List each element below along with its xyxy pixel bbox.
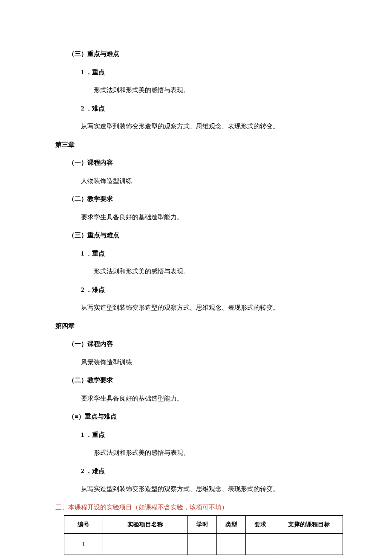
col-num: 编号 [64, 516, 103, 534]
course-content-heading: （一）课程内容 [68, 158, 337, 168]
col-type: 类型 [217, 516, 246, 534]
col-hours: 学时 [188, 516, 217, 534]
col-goal: 支撑的课程目标 [275, 516, 343, 534]
teaching-req-text: 要求学生具备良好的基础造型能力。 [81, 212, 337, 222]
difficulty-text: 从写实造型到装饰变形造型的观察方式、思维观念、表现形式的转变。 [81, 303, 337, 313]
cell-type [217, 534, 246, 555]
teaching-req-text: 要求学生具备良好的基础造型能力。 [81, 394, 337, 404]
chapter-four-title: 第四章 [55, 321, 337, 331]
difficulty-label: 2 ．难点 [81, 285, 337, 295]
difficulty-text: 从写实造型到装饰变形造型的观察方式、思维观念、表现形式的转变。 [81, 484, 337, 494]
difficulty-text: 从写实造型到装饰变形造型的观察方式、思维观念、表现形式的转变。 [81, 122, 337, 131]
course-content-text: 风景装饰造型训练 [81, 357, 337, 367]
key-point-text: 形式法则和形式美的感悟与表现。 [94, 448, 337, 458]
key-diff-heading: （≡）重点与难点 [68, 412, 337, 421]
cell-name [103, 534, 187, 555]
col-name: 实验项目名称 [103, 516, 187, 534]
chapter-three-title: 第三章 [55, 140, 337, 150]
difficulty-label: 2 ．难点 [81, 466, 337, 476]
key-point-label: 1 ．重点 [81, 249, 337, 259]
col-req: 要求 [246, 516, 275, 534]
key-point-label: 1 ．重点 [81, 67, 337, 77]
key-diff-heading: （三）重点与难点 [68, 230, 337, 240]
teaching-req-heading: （二）教学要求 [68, 375, 337, 385]
difficulty-label: 2 ．难点 [81, 104, 337, 113]
course-content-text: 人物装饰造型训练 [81, 176, 337, 186]
key-point-text: 形式法则和形式美的感悟与表现。 [94, 267, 337, 276]
experiment-section-heading: 三、本课程开设的实验项目（如课程不含实验，该项可不填） [55, 503, 337, 512]
experiment-table: 编号 实验项目名称 学时 类型 要求 支撑的课程目标 1 [64, 515, 343, 555]
table-row: 1 [64, 534, 343, 555]
key-point-label: 1 ．重点 [81, 430, 337, 440]
cell-hours [188, 534, 217, 555]
key-point-text: 形式法则和形式美的感悟与表现。 [94, 85, 337, 95]
table-header-row: 编号 实验项目名称 学时 类型 要求 支撑的课程目标 [64, 516, 343, 534]
cell-goal [275, 534, 343, 555]
cell-req [246, 534, 275, 555]
section-three-heading: （三）重点与难点 [68, 49, 337, 59]
cell-num: 1 [64, 534, 103, 555]
teaching-req-heading: （二）教学要求 [68, 194, 337, 204]
course-content-heading: （一）课程内容 [68, 339, 337, 349]
